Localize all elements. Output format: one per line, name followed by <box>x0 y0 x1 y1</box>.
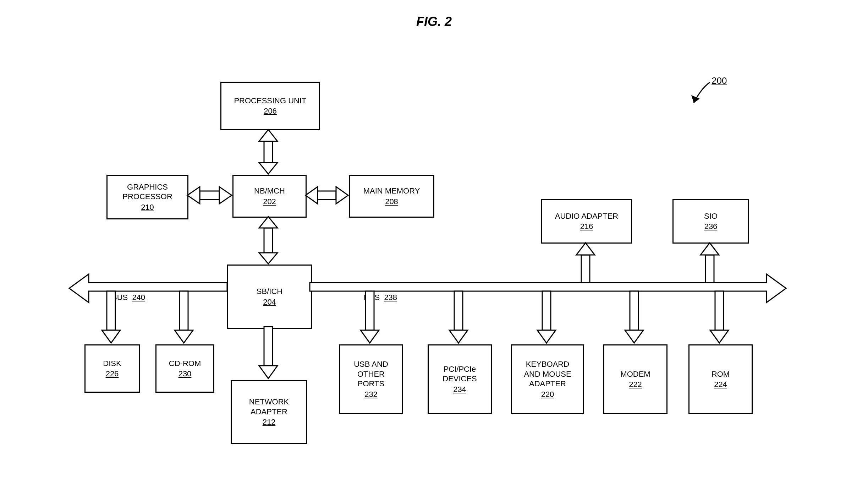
label: CD-ROM <box>169 359 201 369</box>
label: PCI/PCIe DEVICES <box>443 364 477 384</box>
svg-marker-22 <box>449 330 468 343</box>
box-processing-unit: PROCESSING UNIT 206 <box>220 82 320 130</box>
label: SB/ICH <box>257 287 282 296</box>
box-cdrom: CD-ROM 230 <box>155 344 214 393</box>
svg-marker-3 <box>259 163 278 174</box>
label: AUDIO ADAPTER <box>555 211 618 221</box>
ref: 208 <box>385 197 398 207</box>
box-sio: SIO 236 <box>672 199 749 244</box>
label: DISK <box>103 359 121 369</box>
svg-marker-12 <box>259 253 278 264</box>
svg-marker-24 <box>537 330 556 343</box>
ref: 232 <box>364 389 378 399</box>
svg-marker-32 <box>701 243 719 255</box>
svg-marker-18 <box>175 330 193 343</box>
ref: 210 <box>141 202 154 212</box>
box-disk: DISK 226 <box>84 344 140 393</box>
label: PROCESSING UNIT <box>234 96 306 106</box>
svg-rect-29 <box>581 255 590 283</box>
svg-rect-23 <box>542 291 551 330</box>
svg-marker-30 <box>576 243 595 255</box>
label: USB AND OTHER PORTS <box>354 359 388 389</box>
ref: 222 <box>629 380 642 389</box>
ref: 204 <box>263 297 276 307</box>
label: KEYBOARD AND MOUSE ADAPTER <box>524 359 571 389</box>
figure-reference: 200 <box>712 75 727 86</box>
label: SIO <box>704 211 718 221</box>
svg-marker-8 <box>306 187 318 204</box>
svg-marker-0 <box>691 95 700 103</box>
bus-right-label: BUS 238 <box>364 293 397 302</box>
ref: 212 <box>263 417 276 427</box>
box-kbd-mouse: KEYBOARD AND MOUSE ADAPTER 220 <box>511 344 584 414</box>
ref: 236 <box>704 222 718 231</box>
box-graphics-processor: GRAPHICS PROCESSOR 210 <box>106 175 188 219</box>
svg-rect-25 <box>630 291 638 330</box>
ref: 238 <box>384 293 397 302</box>
label: MAIN MEMORY <box>363 186 420 196</box>
svg-marker-20 <box>361 330 379 343</box>
ref: 230 <box>178 369 192 379</box>
diagram-stage: FIG. 2 200 PROCESSING UNIT 206 GRAPHICS … <box>0 0 868 485</box>
svg-rect-4 <box>200 191 219 200</box>
svg-rect-31 <box>705 255 714 283</box>
box-usb-ports: USB AND OTHER PORTS 232 <box>339 344 403 414</box>
svg-marker-28 <box>710 330 729 343</box>
box-pci: PCI/PCIe DEVICES 234 <box>428 344 492 414</box>
ref: 226 <box>106 369 119 379</box>
bus-left-label: BUS 240 <box>112 293 145 302</box>
label: NETWORK ADAPTER <box>249 397 289 416</box>
ref: 202 <box>263 197 276 207</box>
label: BUS <box>112 293 128 302</box>
box-nb-mch: NB/MCH 202 <box>232 175 307 218</box>
label: BUS <box>364 293 380 302</box>
svg-marker-2 <box>259 130 278 141</box>
ref: 206 <box>264 106 277 116</box>
svg-rect-33 <box>264 327 273 366</box>
label: NB/MCH <box>254 186 285 196</box>
ref: 240 <box>132 293 145 302</box>
label: MODEM <box>620 369 650 379</box>
label: ROM <box>712 369 730 379</box>
svg-marker-11 <box>259 217 278 228</box>
ref: 234 <box>453 385 466 394</box>
svg-marker-6 <box>219 187 232 204</box>
ref: 216 <box>580 222 593 231</box>
svg-rect-21 <box>454 291 463 330</box>
svg-rect-10 <box>264 228 273 253</box>
figure-title: FIG. 2 <box>0 14 868 29</box>
box-network-adapter: NETWORK ADAPTER 212 <box>231 380 307 444</box>
box-rom: ROM 224 <box>688 344 753 414</box>
svg-marker-26 <box>625 330 643 343</box>
box-sb-ich: SB/ICH 204 <box>227 265 312 329</box>
svg-rect-17 <box>180 291 188 330</box>
box-audio-adapter: AUDIO ADAPTER 216 <box>541 199 632 244</box>
svg-rect-1 <box>264 141 273 163</box>
svg-marker-9 <box>336 187 348 204</box>
box-modem: MODEM 222 <box>603 344 668 414</box>
ref: 220 <box>541 389 554 399</box>
ref: 224 <box>714 380 727 389</box>
svg-marker-16 <box>102 330 120 343</box>
label: GRAPHICS PROCESSOR <box>122 182 172 202</box>
svg-marker-5 <box>187 187 200 204</box>
svg-rect-7 <box>318 191 336 200</box>
svg-rect-27 <box>715 291 724 330</box>
svg-marker-34 <box>259 366 278 378</box>
box-main-memory: MAIN MEMORY 208 <box>349 175 434 218</box>
svg-marker-13 <box>69 274 227 303</box>
